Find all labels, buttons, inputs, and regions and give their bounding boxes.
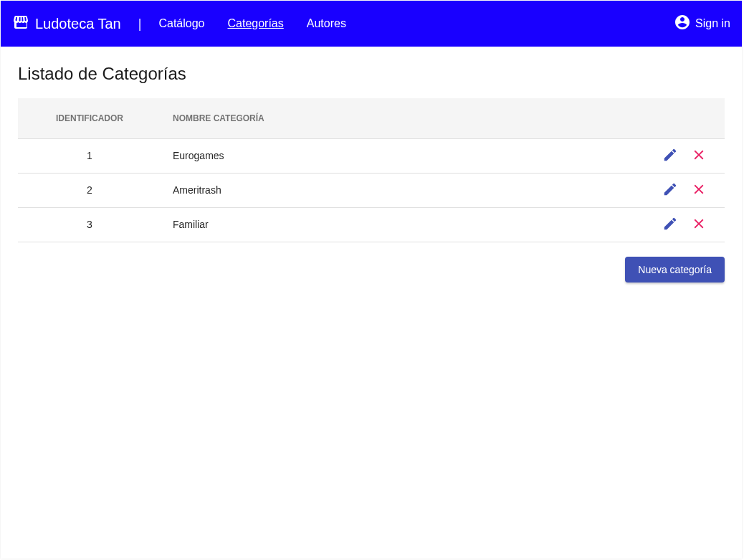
brand: Ludoteca Tan	[12, 14, 121, 34]
header-id: IDENTIFICADOR	[18, 98, 161, 138]
edit-button[interactable]	[656, 141, 685, 170]
nav-separator: |	[138, 16, 142, 32]
nav-categories[interactable]: Categorías	[227, 17, 283, 30]
edit-button[interactable]	[656, 176, 685, 204]
main-nav: Catálogo Categorías Autores	[158, 17, 345, 30]
header-actions	[639, 98, 725, 138]
table-row: 1Eurogames	[18, 138, 725, 173]
cell-id: 1	[18, 138, 161, 173]
close-icon	[691, 216, 707, 234]
delete-button[interactable]	[685, 141, 713, 170]
edit-icon	[662, 216, 678, 234]
nav-authors[interactable]: Autores	[307, 17, 346, 30]
cell-id: 3	[18, 207, 161, 242]
close-icon	[691, 181, 707, 199]
cell-name: Ameritrash	[161, 173, 639, 207]
main-content: Listado de Categorías IDENTIFICADOR NOMB…	[1, 47, 742, 300]
cell-name: Eurogames	[161, 138, 639, 173]
delete-button[interactable]	[685, 210, 713, 239]
cell-actions	[639, 138, 725, 173]
new-category-button[interactable]: Nueva categoría	[625, 257, 725, 283]
signin-label: Sign in	[695, 17, 730, 30]
delete-button[interactable]	[685, 176, 713, 204]
cell-name: Familiar	[161, 207, 639, 242]
categories-table: IDENTIFICADOR NOMBRE CATEGORÍA 1Eurogame…	[18, 98, 725, 242]
button-bar: Nueva categoría	[18, 257, 725, 283]
table-row: 2Ameritrash	[18, 173, 725, 207]
close-icon	[691, 147, 707, 165]
signin-button[interactable]: Sign in	[674, 14, 730, 34]
cell-actions	[639, 173, 725, 207]
edit-button[interactable]	[656, 210, 685, 239]
header-name: NOMBRE CATEGORÍA	[161, 98, 639, 138]
page-title: Listado de Categorías	[18, 64, 725, 84]
edit-icon	[662, 147, 678, 165]
cell-id: 2	[18, 173, 161, 207]
nav-catalog[interactable]: Catálogo	[158, 17, 204, 30]
account-circle-icon	[674, 14, 691, 34]
edit-icon	[662, 181, 678, 199]
app-toolbar: Ludoteca Tan | Catálogo Categorías Autor…	[1, 1, 742, 47]
storefront-icon	[12, 14, 29, 34]
cell-actions	[639, 207, 725, 242]
brand-title: Ludoteca Tan	[35, 16, 121, 32]
table-row: 3Familiar	[18, 207, 725, 242]
